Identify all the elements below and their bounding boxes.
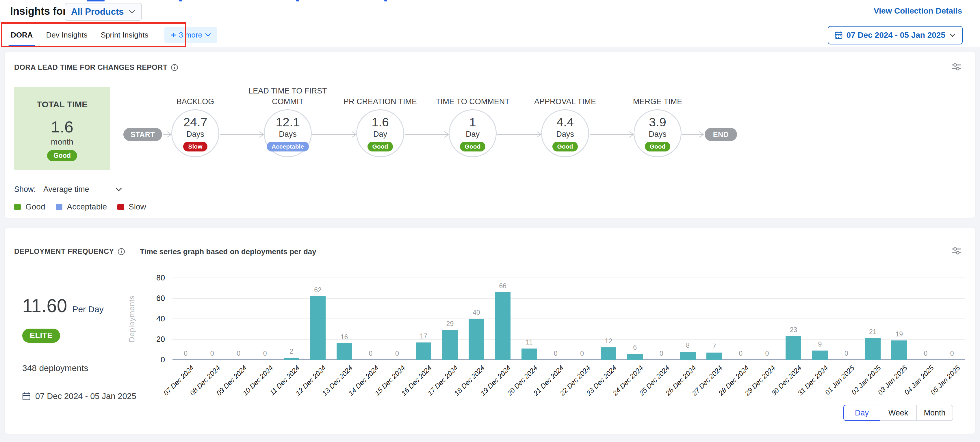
tab-dora[interactable]: DORA bbox=[10, 23, 33, 47]
legend-label: Good bbox=[25, 202, 45, 211]
stage-name: APPROVAL TIME bbox=[519, 84, 611, 107]
bar-value-label: 12 bbox=[605, 337, 612, 345]
bar-value-label: 9 bbox=[818, 341, 822, 348]
bar-31-dec-2024[interactable] bbox=[812, 350, 828, 360]
bar-value-label: 23 bbox=[790, 326, 797, 334]
bar-value-label: 19 bbox=[896, 330, 903, 338]
gridline bbox=[172, 318, 965, 319]
bar-value-label: 40 bbox=[473, 309, 480, 317]
bar-value-label: 0 bbox=[210, 350, 214, 358]
total-time-value: 1.6 bbox=[14, 117, 110, 136]
deployment-date-range-value: 07 Dec 2024 - 05 Jan 2025 bbox=[35, 391, 136, 401]
bar-value-label: 66 bbox=[499, 282, 507, 290]
bar-value-label: 0 bbox=[739, 350, 743, 358]
show-label: Show: bbox=[14, 185, 36, 194]
bar-26-dec-2024[interactable] bbox=[680, 352, 696, 360]
bar-value-label: 0 bbox=[369, 350, 373, 358]
bar-02-jan-2025[interactable] bbox=[865, 338, 881, 360]
bar-12-dec-2024[interactable] bbox=[310, 296, 326, 360]
bar-30-dec-2024[interactable] bbox=[786, 336, 801, 360]
stage-value: 1 bbox=[469, 115, 476, 129]
bar-23-dec-2024[interactable] bbox=[601, 347, 616, 360]
tab-bar: DORADev InsightsSprint Insights+3 more 0… bbox=[0, 23, 980, 47]
bar-24-dec-2024[interactable] bbox=[627, 354, 643, 360]
chart-settings-icon[interactable] bbox=[951, 246, 962, 257]
stage-unit: Days bbox=[279, 130, 297, 139]
legend-item-slow: Slow bbox=[117, 202, 146, 211]
stage-name: MERGE TIME bbox=[611, 84, 704, 107]
toggle-month[interactable]: Month bbox=[916, 405, 953, 421]
page-header: Insights for All Products View Collectio… bbox=[0, 0, 980, 23]
more-tabs-dropdown[interactable]: +3 more bbox=[164, 27, 217, 43]
stage-circle: 1.6DayGood bbox=[356, 109, 404, 157]
stage-unit: Day bbox=[373, 130, 387, 139]
bar-19-dec-2024[interactable] bbox=[495, 292, 511, 360]
chart-settings-icon[interactable] bbox=[951, 62, 962, 73]
bar-value-label: 16 bbox=[340, 333, 348, 341]
stage-unit: Days bbox=[556, 130, 574, 139]
granularity-toggle: DayWeekMonth bbox=[843, 405, 953, 421]
bar-20-dec-2024[interactable] bbox=[522, 349, 537, 360]
toggle-day[interactable]: Day bbox=[843, 405, 880, 421]
bar-value-label: 0 bbox=[184, 350, 188, 358]
date-range-picker[interactable]: 07 Dec 2024 - 05 Jan 2025 bbox=[828, 26, 963, 44]
legend-label: Acceptable bbox=[67, 202, 107, 211]
bar-value-label: 0 bbox=[660, 350, 663, 358]
gridline bbox=[172, 277, 965, 278]
bar-11-dec-2024[interactable] bbox=[284, 358, 299, 360]
product-selector-dropdown[interactable]: All Products bbox=[65, 3, 142, 21]
lead-time-card-title-text: DORA LEAD TIME FOR CHANGES REPORT bbox=[14, 63, 167, 71]
y-axis-title: Deployments bbox=[127, 295, 136, 342]
stage-unit: Days bbox=[186, 130, 204, 139]
dora-insights-page: { "header": { "title": "Insights for", "… bbox=[0, 0, 980, 442]
stage-unit: Days bbox=[649, 130, 667, 139]
stage-rating-badge: Good bbox=[368, 142, 393, 152]
bar-value-label: 0 bbox=[765, 350, 769, 358]
bar-03-jan-2025[interactable] bbox=[891, 341, 907, 360]
stage-time-to-comment: TIME TO COMMENT1DayGood bbox=[426, 84, 519, 157]
y-tick-label: 20 bbox=[156, 335, 165, 344]
bar-18-dec-2024[interactable] bbox=[469, 319, 484, 360]
info-icon[interactable] bbox=[118, 248, 125, 255]
bar-value-label: 2 bbox=[290, 348, 293, 355]
view-collection-details-link[interactable]: View Collection Details bbox=[874, 6, 962, 16]
bar-value-label: 17 bbox=[420, 333, 427, 340]
toggle-week[interactable]: Week bbox=[880, 405, 917, 421]
tab-dev-insights[interactable]: Dev Insights bbox=[46, 23, 88, 47]
bar-value-label: 21 bbox=[869, 328, 877, 336]
stage-name: TIME TO COMMENT bbox=[426, 84, 519, 107]
top-band: Insights for All Products View Collectio… bbox=[0, 0, 980, 47]
lead-time-card-title: DORA LEAD TIME FOR CHANGES REPORT bbox=[14, 63, 178, 71]
show-dropdown[interactable]: Average time bbox=[43, 185, 122, 194]
bar-17-dec-2024[interactable] bbox=[442, 330, 458, 360]
stage-circle: 24.7DaysSlow bbox=[171, 109, 219, 157]
bar-value-label: 0 bbox=[950, 350, 954, 358]
bar-value-label: 0 bbox=[237, 350, 240, 358]
stage-value: 24.7 bbox=[183, 115, 207, 129]
stage-name: BACKLOG bbox=[149, 84, 242, 107]
stage-rating-badge: Good bbox=[645, 142, 671, 152]
total-time-rating-badge: Good bbox=[47, 150, 77, 161]
legend-swatch bbox=[117, 204, 124, 210]
tab-sprint-insights[interactable]: Sprint Insights bbox=[100, 23, 149, 47]
stage-rating-badge: Acceptable bbox=[267, 142, 309, 152]
stage-value: 3.9 bbox=[649, 115, 666, 129]
deployment-date-range: 07 Dec 2024 - 05 Jan 2025 bbox=[22, 391, 136, 401]
total-time-unit: month bbox=[14, 137, 110, 147]
stage-circle: 4.4DaysGood bbox=[541, 109, 589, 157]
bar-13-dec-2024[interactable] bbox=[337, 343, 352, 360]
bar-value-label: 11 bbox=[526, 338, 533, 346]
sliders-icon bbox=[951, 62, 962, 71]
deployment-rate-value: 11.60 bbox=[22, 295, 67, 317]
bar-16-dec-2024[interactable] bbox=[416, 342, 431, 360]
info-icon[interactable] bbox=[171, 64, 178, 71]
bar-27-dec-2024[interactable] bbox=[706, 353, 722, 360]
elite-tier-badge: ELITE bbox=[22, 329, 60, 343]
date-range-value: 07 Dec 2024 - 05 Jan 2025 bbox=[846, 30, 945, 40]
page-title: Insights for bbox=[10, 5, 67, 17]
rating-legend: GoodAcceptableSlow bbox=[14, 202, 146, 211]
stage-value: 12.1 bbox=[275, 115, 300, 129]
product-selector-value: All Products bbox=[71, 6, 124, 17]
stage-circle: 3.9DaysGood bbox=[633, 109, 682, 157]
y-tick-label: 0 bbox=[161, 355, 165, 364]
